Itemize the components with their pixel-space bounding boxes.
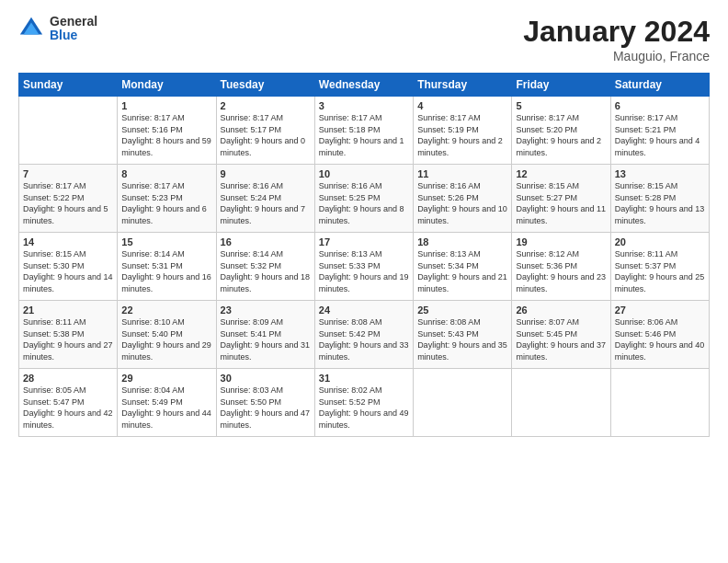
day-info: Sunrise: 8:13 AMSunset: 5:33 PMDaylight:…: [319, 248, 409, 294]
day-cell: 27Sunrise: 8:06 AMSunset: 5:46 PMDayligh…: [610, 301, 709, 369]
title-block: January 2024 Mauguio, France: [523, 15, 710, 63]
day-cell: 5Sunrise: 8:17 AMSunset: 5:20 PMDaylight…: [512, 97, 610, 165]
day-number: 23: [221, 304, 311, 316]
day-number: 14: [23, 236, 113, 247]
day-number: 20: [615, 236, 705, 247]
day-cell: [414, 369, 512, 437]
day-cell: 31Sunrise: 8:02 AMSunset: 5:52 PMDayligh…: [314, 369, 413, 437]
day-cell: 17Sunrise: 8:13 AMSunset: 5:33 PMDayligh…: [314, 233, 413, 301]
week-row-1: 7Sunrise: 8:17 AMSunset: 5:22 PMDaylight…: [19, 165, 710, 233]
day-cell: 13Sunrise: 8:15 AMSunset: 5:28 PMDayligh…: [610, 165, 709, 233]
day-number: 26: [516, 304, 606, 316]
day-info: Sunrise: 8:08 AMSunset: 5:43 PMDaylight:…: [417, 316, 507, 362]
day-cell: 21Sunrise: 8:11 AMSunset: 5:38 PMDayligh…: [19, 301, 118, 369]
day-number: 8: [121, 168, 211, 179]
day-cell: 9Sunrise: 8:16 AMSunset: 5:24 PMDaylight…: [216, 165, 314, 233]
day-cell: 24Sunrise: 8:08 AMSunset: 5:42 PMDayligh…: [314, 301, 413, 369]
day-info: Sunrise: 8:11 AMSunset: 5:37 PMDaylight:…: [615, 248, 705, 294]
day-info: Sunrise: 8:15 AMSunset: 5:27 PMDaylight:…: [516, 180, 606, 226]
day-cell: [610, 369, 709, 437]
day-number: 16: [221, 236, 311, 247]
day-cell: [19, 97, 118, 165]
day-cell: 16Sunrise: 8:14 AMSunset: 5:32 PMDayligh…: [216, 233, 314, 301]
day-info: Sunrise: 8:17 AMSunset: 5:23 PMDaylight:…: [121, 180, 211, 226]
day-info: Sunrise: 8:02 AMSunset: 5:52 PMDaylight:…: [319, 385, 409, 431]
day-cell: 18Sunrise: 8:13 AMSunset: 5:34 PMDayligh…: [414, 233, 512, 301]
col-tuesday: Tuesday: [216, 74, 314, 97]
day-info: Sunrise: 8:17 AMSunset: 5:20 PMDaylight:…: [516, 112, 606, 158]
logo-icon: [18, 16, 44, 41]
logo: General Blue: [18, 15, 97, 43]
day-cell: 29Sunrise: 8:04 AMSunset: 5:49 PMDayligh…: [118, 369, 216, 437]
day-number: 6: [615, 100, 705, 111]
day-number: 9: [221, 168, 311, 179]
day-number: 29: [121, 373, 211, 384]
day-number: 12: [516, 168, 606, 179]
day-number: 3: [319, 100, 409, 111]
day-number: 25: [417, 304, 507, 316]
day-info: Sunrise: 8:08 AMSunset: 5:42 PMDaylight:…: [319, 316, 409, 362]
day-cell: 22Sunrise: 8:10 AMSunset: 5:40 PMDayligh…: [118, 301, 216, 369]
calendar-subtitle: Mauguio, France: [523, 49, 710, 63]
col-monday: Monday: [118, 74, 216, 97]
day-number: 17: [319, 236, 409, 247]
day-number: 1: [121, 100, 211, 111]
week-row-0: 1Sunrise: 8:17 AMSunset: 5:16 PMDaylight…: [19, 97, 710, 165]
day-info: Sunrise: 8:07 AMSunset: 5:45 PMDaylight:…: [516, 316, 606, 362]
header-row: Sunday Monday Tuesday Wednesday Thursday…: [19, 74, 710, 97]
day-info: Sunrise: 8:11 AMSunset: 5:38 PMDaylight:…: [23, 316, 113, 362]
day-cell: 20Sunrise: 8:11 AMSunset: 5:37 PMDayligh…: [610, 233, 709, 301]
day-cell: 2Sunrise: 8:17 AMSunset: 5:17 PMDaylight…: [216, 97, 314, 165]
week-row-3: 21Sunrise: 8:11 AMSunset: 5:38 PMDayligh…: [19, 301, 710, 369]
day-number: 22: [121, 304, 211, 316]
day-cell: [512, 369, 610, 437]
logo-general: General: [50, 15, 97, 29]
col-friday: Friday: [512, 74, 610, 97]
day-cell: 4Sunrise: 8:17 AMSunset: 5:19 PMDaylight…: [414, 97, 512, 165]
calendar-table: Sunday Monday Tuesday Wednesday Thursday…: [18, 73, 710, 437]
day-number: 24: [319, 304, 409, 316]
day-number: 2: [221, 100, 311, 111]
day-info: Sunrise: 8:15 AMSunset: 5:30 PMDaylight:…: [23, 248, 113, 294]
day-info: Sunrise: 8:09 AMSunset: 5:41 PMDaylight:…: [221, 316, 311, 362]
col-sunday: Sunday: [19, 74, 118, 97]
day-number: 18: [417, 236, 507, 247]
day-info: Sunrise: 8:13 AMSunset: 5:34 PMDaylight:…: [417, 248, 507, 294]
day-number: 31: [319, 373, 409, 384]
col-thursday: Thursday: [414, 74, 512, 97]
day-info: Sunrise: 8:16 AMSunset: 5:26 PMDaylight:…: [417, 180, 507, 226]
day-cell: 14Sunrise: 8:15 AMSunset: 5:30 PMDayligh…: [19, 233, 118, 301]
day-cell: 19Sunrise: 8:12 AMSunset: 5:36 PMDayligh…: [512, 233, 610, 301]
day-cell: 3Sunrise: 8:17 AMSunset: 5:18 PMDaylight…: [314, 97, 413, 165]
day-cell: 1Sunrise: 8:17 AMSunset: 5:16 PMDaylight…: [118, 97, 216, 165]
day-info: Sunrise: 8:16 AMSunset: 5:25 PMDaylight:…: [319, 180, 409, 226]
day-cell: 26Sunrise: 8:07 AMSunset: 5:45 PMDayligh…: [512, 301, 610, 369]
day-cell: 12Sunrise: 8:15 AMSunset: 5:27 PMDayligh…: [512, 165, 610, 233]
day-number: 11: [417, 168, 507, 179]
day-cell: 25Sunrise: 8:08 AMSunset: 5:43 PMDayligh…: [414, 301, 512, 369]
day-cell: 7Sunrise: 8:17 AMSunset: 5:22 PMDaylight…: [19, 165, 118, 233]
day-number: 5: [516, 100, 606, 111]
day-info: Sunrise: 8:03 AMSunset: 5:50 PMDaylight:…: [221, 385, 311, 431]
day-info: Sunrise: 8:17 AMSunset: 5:16 PMDaylight:…: [121, 112, 211, 158]
day-info: Sunrise: 8:17 AMSunset: 5:21 PMDaylight:…: [615, 112, 705, 158]
week-row-4: 28Sunrise: 8:05 AMSunset: 5:47 PMDayligh…: [19, 369, 710, 437]
day-info: Sunrise: 8:17 AMSunset: 5:19 PMDaylight:…: [417, 112, 507, 158]
day-cell: 15Sunrise: 8:14 AMSunset: 5:31 PMDayligh…: [118, 233, 216, 301]
day-number: 28: [23, 373, 113, 384]
day-number: 13: [615, 168, 705, 179]
day-info: Sunrise: 8:04 AMSunset: 5:49 PMDaylight:…: [121, 385, 211, 431]
day-info: Sunrise: 8:17 AMSunset: 5:18 PMDaylight:…: [319, 112, 409, 158]
day-info: Sunrise: 8:15 AMSunset: 5:28 PMDaylight:…: [615, 180, 705, 226]
day-info: Sunrise: 8:12 AMSunset: 5:36 PMDaylight:…: [516, 248, 606, 294]
logo-blue: Blue: [50, 29, 97, 42]
day-number: 15: [121, 236, 211, 247]
day-info: Sunrise: 8:14 AMSunset: 5:31 PMDaylight:…: [121, 248, 211, 294]
day-info: Sunrise: 8:10 AMSunset: 5:40 PMDaylight:…: [121, 316, 211, 362]
day-info: Sunrise: 8:06 AMSunset: 5:46 PMDaylight:…: [615, 316, 705, 362]
day-info: Sunrise: 8:05 AMSunset: 5:47 PMDaylight:…: [23, 385, 113, 431]
week-row-2: 14Sunrise: 8:15 AMSunset: 5:30 PMDayligh…: [19, 233, 710, 301]
day-number: 10: [319, 168, 409, 179]
day-number: 4: [417, 100, 507, 111]
header: General Blue January 2024 Mauguio, Franc…: [18, 15, 710, 63]
